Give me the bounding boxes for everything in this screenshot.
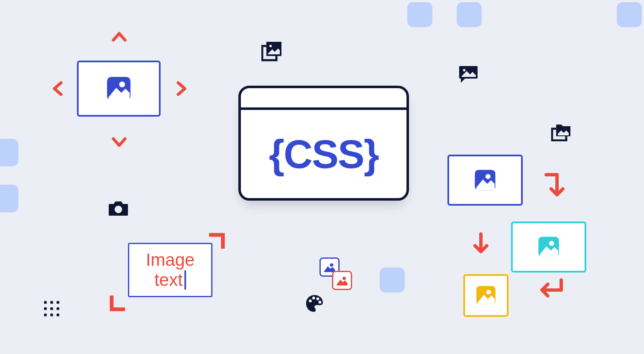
image-text-box: Image text (128, 243, 212, 297)
chevron-right-icon (173, 80, 190, 97)
svg-point-3 (463, 69, 465, 71)
image-card-right-1 (447, 155, 523, 206)
decorative-square (457, 2, 482, 27)
css-window-card: {CSS} (238, 86, 409, 201)
image-icon (537, 235, 560, 259)
chat-image-icon (458, 65, 478, 85)
svg-point-13 (342, 277, 346, 280)
image-card-right-3 (463, 274, 509, 317)
svg-point-8 (309, 300, 312, 303)
image-icon (105, 75, 132, 102)
arrow-down-icon (473, 232, 489, 257)
svg-point-6 (119, 81, 125, 87)
palette-icon (304, 293, 325, 315)
decorative-square (0, 139, 18, 166)
text-cursor-icon (184, 270, 186, 290)
svg-point-11 (319, 301, 322, 304)
svg-point-12 (330, 263, 333, 267)
image-card-main (77, 61, 161, 117)
svg-point-10 (317, 298, 319, 301)
crop-corner-bl-icon (110, 294, 127, 311)
camera-icon (108, 200, 129, 219)
css-label: {CSS} (269, 131, 378, 177)
image-text-group: Image text (110, 233, 227, 312)
arrow-return-left-icon (538, 278, 565, 303)
svg-point-19 (486, 290, 491, 294)
image-pair-group (319, 257, 353, 291)
decorative-square (407, 2, 432, 27)
folder-stack-icon (551, 124, 572, 143)
arrow-turn-down-right-icon (544, 172, 567, 200)
svg-point-15 (486, 174, 491, 179)
image-icon (473, 168, 497, 192)
decorative-square (617, 2, 642, 27)
mini-image-card-red (332, 271, 352, 290)
chevron-down-icon (111, 133, 128, 150)
dots-grid-icon (44, 301, 59, 316)
image-card-right-2 (511, 222, 586, 273)
svg-point-17 (549, 241, 554, 246)
stacked-pictures-icon (261, 40, 283, 64)
svg-point-9 (312, 297, 315, 300)
svg-point-7 (115, 206, 122, 213)
chevron-up-icon (111, 28, 128, 45)
decorative-square (0, 185, 18, 212)
image-text-line1: Image (146, 250, 195, 270)
svg-point-2 (269, 45, 272, 47)
window-titlebar (241, 88, 406, 110)
image-text-line2: text (154, 270, 183, 290)
image-icon (475, 285, 497, 306)
decorative-square (380, 267, 405, 293)
chevron-left-icon (49, 80, 66, 97)
